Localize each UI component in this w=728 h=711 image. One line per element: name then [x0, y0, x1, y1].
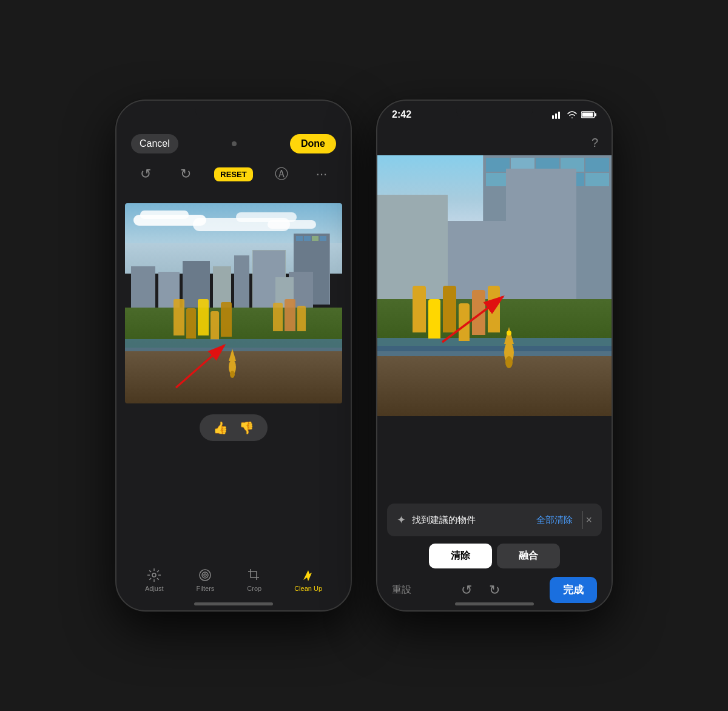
city-image-2: [377, 155, 612, 416]
svg-line-4: [176, 345, 224, 388]
clear-all-button[interactable]: 全部清除: [536, 514, 573, 526]
filters-icon: [198, 568, 212, 582]
crop-icon: [247, 568, 261, 582]
notch2: [456, 101, 533, 121]
tool-cleanup[interactable]: Clean Up: [294, 568, 322, 592]
bottom-actions-row: 重設 ↺ ↻ 完成: [387, 577, 602, 603]
clear-button[interactable]: 清除: [429, 544, 492, 568]
merge-button[interactable]: 融合: [497, 544, 560, 568]
side-btn-vol-up: [115, 216, 116, 252]
svg-point-6: [200, 570, 211, 581]
phone2-image-area: [377, 155, 612, 416]
phone2-side-btn-power: [612, 222, 613, 277]
tool-filters-label: Filters: [196, 585, 214, 592]
feedback-buttons[interactable]: 👍 👎: [200, 414, 268, 441]
home-indicator-1: [194, 602, 273, 605]
phone1-image-area: [125, 203, 342, 403]
red-arrow-1: [158, 333, 255, 394]
svg-point-17: [505, 356, 513, 368]
cleanup-icon: [301, 568, 315, 582]
suggestion-bar: ✦ 找到建議的物件 全部清除 ×: [387, 504, 602, 536]
phone2-statusbar: 2:42: [377, 101, 612, 125]
side-btn-power: [351, 222, 352, 277]
tool-adjust-label: Adjust: [145, 585, 164, 592]
reset-text-button[interactable]: 重設: [392, 584, 411, 596]
tool-cleanup-label: Clean Up: [294, 585, 322, 592]
tool-adjust[interactable]: Adjust: [145, 568, 164, 592]
city-image: [125, 203, 342, 403]
redo-button[interactable]: ↻: [489, 582, 500, 598]
red-arrow-2: [424, 278, 533, 351]
divider: [582, 511, 583, 529]
reset-badge[interactable]: RESET: [214, 167, 252, 181]
svg-point-5: [152, 573, 156, 577]
wifi-icon: [567, 110, 578, 119]
phones-container: Cancel Done ↺ ↻ RESET Ⓐ ···: [115, 99, 613, 612]
svg-rect-10: [555, 113, 557, 119]
phone2-time: 2:42: [392, 109, 411, 120]
help-icon[interactable]: ?: [592, 136, 598, 150]
feedback-area: 👍 👎: [116, 414, 351, 441]
more-icon[interactable]: ···: [311, 163, 332, 185]
done-button[interactable]: Done: [290, 134, 336, 153]
ground2: [377, 351, 612, 417]
done-blue-button[interactable]: 完成: [550, 577, 597, 603]
tool-crop[interactable]: Crop: [247, 568, 261, 592]
side-btn-mute: [115, 186, 116, 205]
cloud2: [140, 211, 189, 219]
adjust-icon: [147, 568, 161, 582]
suggestion-text: 找到建議的物件: [412, 514, 536, 526]
thumbs-up-icon[interactable]: 👍: [213, 420, 228, 435]
building-left1: [131, 266, 155, 311]
undo-redo-group: ↺ ↻: [461, 582, 500, 598]
cloud5: [268, 220, 316, 229]
camera-notch: [232, 141, 237, 146]
tool-filters[interactable]: Filters: [196, 568, 214, 592]
cancel-button[interactable]: Cancel: [131, 134, 178, 153]
phone1-toolbar: ↺ ↻ RESET Ⓐ ···: [116, 160, 351, 191]
golden-trees: [174, 299, 232, 335]
phone-2: 2:42 ?: [376, 99, 613, 612]
tool-crop-label: Crop: [247, 585, 261, 592]
svg-rect-13: [595, 113, 596, 116]
home-indicator-2: [455, 602, 534, 605]
sparkle-icon: ✦: [397, 513, 406, 527]
building-mid3: [234, 255, 249, 311]
svg-line-20: [442, 297, 503, 342]
close-suggestion-button[interactable]: ×: [585, 514, 592, 527]
svg-rect-11: [558, 112, 560, 119]
undo-button[interactable]: ↺: [461, 582, 472, 598]
side-btn-vol-down: [115, 261, 116, 298]
status-icons: [552, 110, 597, 119]
thumbs-down-icon[interactable]: 👎: [239, 420, 254, 435]
svg-point-8: [204, 574, 206, 576]
phone1-bottom-toolbar: Adjust Filters Crop Clean: [116, 568, 351, 592]
battery-icon: [581, 110, 597, 119]
golden-trees-right: [273, 299, 306, 331]
svg-rect-14: [582, 113, 593, 117]
signal-icon: [552, 110, 563, 119]
action-buttons-row: 清除 融合: [387, 544, 602, 568]
undo-icon[interactable]: ↺: [135, 163, 157, 185]
auto-icon[interactable]: Ⓐ: [271, 163, 292, 185]
svg-point-7: [202, 572, 208, 578]
redo-icon[interactable]: ↻: [175, 163, 197, 185]
phone1-header: Cancel Done: [116, 101, 351, 160]
phone2-bottom-panel: ✦ 找到建議的物件 全部清除 × 清除 融合 重設 ↺ ↻ 完成: [377, 496, 612, 610]
phone-1: Cancel Done ↺ ↻ RESET Ⓐ ···: [115, 99, 352, 612]
svg-rect-9: [552, 115, 554, 119]
